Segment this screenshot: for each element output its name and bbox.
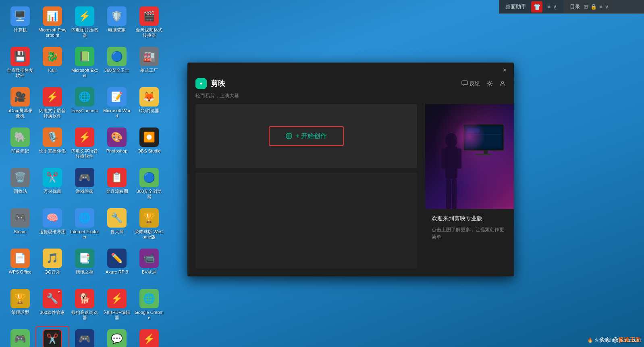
catalog-icon2[interactable]: 🔒 (590, 4, 597, 10)
icon-kaili-label: Kaili (48, 68, 57, 73)
catalog-icons[interactable]: ⊞ 🔒 ≡ ∨ (584, 4, 609, 10)
icon-360-security-image: 🔵 (107, 47, 127, 66)
icon-speed-browser[interactable]: 🐕 搜狗高速浏览器 (69, 286, 101, 323)
icon-honor-image: 🏆 (10, 289, 30, 308)
dialog-logo-text: 剪映 (211, 79, 225, 88)
dialog-close-button[interactable]: × (501, 66, 509, 75)
icon-computer[interactable]: 🖥️ 计算机 (4, 4, 36, 35)
icon-bv-record-image: 📹 (139, 249, 159, 268)
icon-flash-ocr[interactable]: ⚡ 闪电文字语音转换软件 (36, 85, 69, 121)
icon-360-browser-label: 360安全浏览器 (135, 189, 164, 199)
helper-menu-icon[interactable]: ≡ (547, 4, 551, 10)
icon-mindmanager[interactable]: 🧠 迅捷思维导图 (36, 206, 69, 237)
icon-360-browser[interactable]: 🔵 360安全浏览器 (133, 165, 165, 202)
icon-flash-img[interactable]: ⚡ 闪电图片格式转换器 (133, 327, 165, 347)
icon-pc-manager[interactable]: 🛡️ 电脑管家 (101, 4, 133, 35)
icon-flash-img-image: ⚡ (139, 329, 159, 347)
icon-honor[interactable]: 🏆 荣耀球型 (4, 286, 36, 318)
icon-wps-label: WPS Office (9, 270, 32, 275)
icon-wps[interactable]: 📄 WPS Office (4, 246, 36, 277)
user-button[interactable] (499, 80, 506, 87)
icon-obs[interactable]: ⏺️ OBS Studio (133, 125, 165, 156)
promo-image-area[interactable] (425, 104, 514, 209)
icon-kuaishou[interactable]: 🎙️ 快手直播伴侣 (36, 125, 69, 156)
icon-jinshu-recover-image: 💾 (10, 47, 30, 66)
icon-bv-record-label: BV录屏 (142, 270, 157, 275)
create-btn-label: + 开始创作 (295, 132, 327, 140)
icon-wechat[interactable]: 💬 微信 (101, 327, 133, 347)
settings-button[interactable] (486, 80, 493, 87)
icon-wegame2-image: 🎮 (75, 329, 94, 347)
icon-steam[interactable]: 🎮 Steam (4, 206, 36, 237)
icon-tencent-doc-image: 📑 (75, 249, 94, 268)
icon-chrome[interactable]: 🌐 Google Chrome (133, 286, 165, 323)
dialog-header-actions: 反馈 (461, 80, 506, 87)
icon-official-game-image: 🎮 (10, 329, 30, 347)
icon-luzhan[interactable]: 🔧 鲁大师 (101, 206, 133, 237)
icon-recycle[interactable]: 🗑️ 回收站 (4, 165, 36, 196)
svg-rect-9 (452, 179, 457, 209)
create-project-button[interactable]: + 开始创作 (269, 126, 344, 146)
icon-jinshu-flow[interactable]: 📋 金舟流程图 (101, 165, 133, 196)
icon-easyconnect[interactable]: 🌐 EasyConnect (69, 85, 101, 116)
icon-ms-word-label: Microsoft Word (102, 108, 131, 119)
icon-bv-record[interactable]: 📹 BV录屏 (133, 246, 165, 277)
icon-photoshop[interactable]: 🎨 Photoshop (101, 125, 133, 156)
icon-qq-browser[interactable]: 🦊 QQ浏览器 (133, 85, 165, 116)
catalog-expand[interactable]: ∨ (605, 4, 609, 10)
icon-wanyou[interactable]: ✂️ 万兴优裁 (36, 165, 69, 196)
icon-axure[interactable]: ✏️ Axure RP 9 (101, 246, 133, 277)
icon-ocam-image: 🎥 (10, 87, 30, 107)
icon-360-security[interactable]: 🔵 360安全卫士 (101, 44, 133, 75)
icon-format-factory[interactable]: 🏭 格式工厂 (133, 44, 165, 75)
helper-menu-icons[interactable]: ≡ ∨ (547, 4, 557, 10)
icon-jinshu-video[interactable]: 🎬 金舟视频格式转换器 (133, 4, 165, 40)
helper-right-panel: 目录 ⊞ 🔒 ≡ ∨ (563, 0, 644, 14)
catalog-label: 目录 (570, 3, 580, 10)
feedback-button[interactable]: 反馈 (461, 80, 480, 87)
dialog-right-panel: 欢迎来到剪映专业版 点击上图了解更多，让视频创作更简单 (425, 104, 514, 276)
icon-ms-excel[interactable]: 📗 Microsoft Excel (69, 44, 101, 81)
helper-expand-icon[interactable]: ∨ (553, 4, 557, 10)
icon-wegame-honor[interactable]: 🏆 荣耀球版 WeGame版 (133, 206, 165, 242)
helper-shirt-icon: 👕 (531, 1, 542, 13)
catalog-icon3[interactable]: ≡ (599, 4, 602, 10)
icon-ie[interactable]: 🌐 Internet Explorer (69, 206, 101, 242)
icon-game-manager[interactable]: 🎮 游戏管家 (69, 165, 101, 196)
icon-flash-pdf[interactable]: ⚡ 闪电PDF编辑器 (101, 286, 133, 323)
icon-luzhan-image: 🔧 (107, 208, 127, 228)
icon-360-manager[interactable]: 🔧 7 360软件管家 (36, 286, 69, 318)
icon-luzhan-label: 鲁大师 (110, 229, 124, 234)
icon-kaili-image: 🐉 (43, 47, 62, 66)
icon-computer-image: 🖥️ (10, 6, 30, 26)
icon-recycle-image: 🗑️ (10, 168, 30, 187)
icon-speed-browser-image: 🐕 (75, 289, 94, 308)
icon-ocam[interactable]: 🎥 oCam屏幕录像机 (4, 85, 36, 121)
icon-honor-label: 荣耀球型 (11, 310, 29, 315)
icon-flash-ocr2[interactable]: ⚡ 闪电文字语音转换软件 (69, 125, 101, 161)
icon-jinshu-recover[interactable]: 💾 金舟数据恢复软件 (4, 44, 36, 81)
icon-360-security-label: 360安全卫士 (104, 68, 129, 73)
icon-tencent-doc[interactable]: 📑 腾讯文档 (69, 246, 101, 277)
icon-wegame-honor-label: 荣耀球版 WeGame版 (135, 229, 164, 240)
icon-evernote[interactable]: 🐘 印象笔记 (4, 125, 36, 156)
icon-flash-compress[interactable]: ⚡ 闪电图片压缩器 (69, 4, 101, 40)
icon-ms-word[interactable]: 📝 Microsoft Word (101, 85, 133, 121)
icon-computer-label: 计算机 (14, 27, 27, 33)
icon-flash-pdf-label: 闪电PDF编辑器 (102, 310, 131, 320)
icon-jinshu-flow-label: 金舟流程图 (106, 189, 128, 194)
icon-wegame2[interactable]: 🎮 WeGame (69, 327, 101, 347)
feedback-label: 反馈 (469, 80, 480, 87)
icon-jianying-pro[interactable]: ✂️ 剪映专业版 (36, 327, 69, 347)
icon-mindmanager-image: 🧠 (43, 208, 62, 228)
icon-kaili[interactable]: 🐉 Kaili (36, 44, 69, 75)
svg-point-2 (502, 82, 504, 84)
icon-wanyou-label: 万兴优裁 (44, 189, 61, 194)
dialog-header: 剪映 反馈 (187, 78, 514, 92)
icon-flash-ocr-image: ⚡ (43, 87, 62, 107)
icon-ms-powerpoint[interactable]: 📊 Microsoft Powerpoint (36, 4, 69, 40)
icon-qqmusic[interactable]: 🎵 QQ音乐 (36, 246, 69, 277)
icon-official-game[interactable]: 🎮 官方版迷你世界 (4, 327, 36, 347)
catalog-icon1[interactable]: ⊞ (584, 4, 588, 10)
svg-rect-6 (441, 148, 446, 169)
